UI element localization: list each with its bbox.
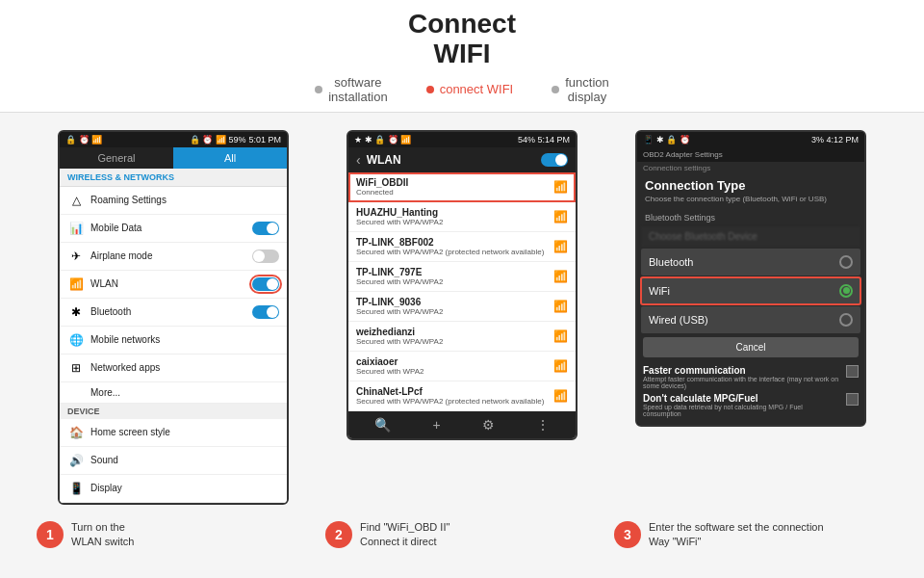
settings-wlan[interactable]: 📶 WLAN	[60, 271, 287, 299]
wifi-icon-8: 📶	[553, 389, 568, 403]
wlan-title: WLAN	[367, 153, 535, 167]
step-number-3: 3	[614, 521, 641, 548]
settings-airplane[interactable]: ✈ Airplane mode	[60, 243, 287, 271]
search-bottom-icon[interactable]: 🔍	[374, 417, 391, 433]
faster-comm-checkbox[interactable]	[846, 365, 859, 378]
bluetooth-icon: ✱	[67, 303, 85, 321]
device-section-header: DEVICE	[60, 404, 287, 419]
instruction-3: 3 Enter the software set the connectionW…	[606, 520, 895, 550]
mobile-networks-icon: 🌐	[67, 331, 85, 349]
wifi-network-5[interactable]: TP-LINK_9036 Secured with WPA/WPA2 📶	[348, 292, 576, 322]
cancel-button[interactable]: Cancel	[643, 337, 859, 357]
bluetooth-toggle[interactable]	[252, 305, 279, 319]
wifi-network-6[interactable]: weizhedianzi Secured with WPA/WPA2 📶	[348, 322, 576, 352]
airplane-toggle[interactable]	[252, 250, 279, 263]
wifi-network-connected[interactable]: WiFi_OBDII Connected 📶	[348, 172, 576, 202]
connection-type-title: Connection Type	[637, 172, 864, 195]
settings-roaming[interactable]: △ Roaming Settings	[60, 187, 287, 215]
page-title: Connect WIFI	[0, 10, 924, 69]
networked-apps-icon: ⊞	[67, 359, 85, 377]
connection-type-subtitle: Choose the connection type (Bluetooth, W…	[637, 195, 864, 209]
bottom-instructions: 1 Turn on theWLAN switch 2 Find "WiFi_OB…	[0, 514, 924, 550]
settings-bottom-icon[interactable]: ⚙	[482, 417, 495, 433]
wifi-signal-icon: 📶	[553, 180, 568, 194]
page-header: Connect WIFI softwareinstallation connec…	[0, 0, 924, 113]
step-nav-1: softwareinstallation	[315, 75, 387, 104]
step-nav-3: functiondisplay	[552, 75, 609, 104]
main-content: 🔒 ⏰ 📶 🔒 ⏰ 📶 59% 5:01 PM General All WIRE…	[0, 113, 924, 514]
steps-navigation: softwareinstallation connect WIFI functi…	[0, 75, 924, 104]
wifi-icon-7: 📶	[553, 359, 568, 373]
tab-all[interactable]: All	[173, 147, 287, 169]
screen1-tabs: General All	[60, 147, 287, 169]
step-nav-2: connect WIFI	[426, 82, 514, 96]
roaming-icon: △	[67, 192, 85, 209]
wifi-icon-6: 📶	[553, 329, 568, 343]
wlan-toggle[interactable]	[252, 277, 279, 291]
radio-wired[interactable]	[839, 313, 853, 327]
instruction-1: 1 Turn on theWLAN switch	[29, 520, 318, 550]
blurred-bluetooth-row: Choose Bluetooth Device	[641, 226, 860, 247]
wlan-header: ‹ WLAN	[348, 147, 576, 172]
settings-bluetooth[interactable]: ✱ Bluetooth	[60, 299, 287, 327]
wifi-network-2[interactable]: HUAZHU_Hanting Secured with WPA/WPA2 📶	[348, 202, 576, 232]
settings-sound[interactable]: 🔊 Sound	[60, 447, 287, 475]
home-screen-icon: 🏠	[67, 424, 85, 441]
sound-icon: 🔊	[67, 452, 85, 469]
phone-panel-2: ★ ✱ 🔒 ⏰ 📶 54% 5:14 PM ‹ WLAN WiFi_OBDII …	[318, 130, 606, 440]
obd-header: OBD2 Adapter Settings	[637, 147, 864, 162]
settings-mobile-networks[interactable]: 🌐 Mobile networks	[60, 327, 287, 355]
status-bar-3: 📱 ✱ 🔒 ⏰ 3% 4:12 PM	[637, 132, 864, 147]
wifi-icon-4: 📶	[553, 270, 568, 283]
more-bottom-icon[interactable]: ⋮	[536, 417, 550, 433]
phone-screen-3: 📱 ✱ 🔒 ⏰ 3% 4:12 PM OBD2 Adapter Settings…	[635, 130, 866, 427]
radio-wifi-dot	[843, 287, 850, 294]
radio-bluetooth[interactable]	[839, 255, 853, 269]
screen1-content: General All WIRELESS & NETWORKS △ Roamin…	[60, 147, 287, 503]
radio-wifi[interactable]	[839, 284, 853, 298]
option-wired[interactable]: Wired (USB)	[641, 306, 860, 333]
screen3-content: OBD2 Adapter Settings Connection setting…	[637, 147, 864, 425]
status-bar-2: ★ ✱ 🔒 ⏰ 📶 54% 5:14 PM	[348, 132, 576, 147]
wifi-network-4[interactable]: TP-LINK_797E Secured with WPA/WPA2 📶	[348, 262, 576, 292]
instruction-text-2: Find "WiFi_OBD II"Connect it direct	[360, 520, 449, 550]
wifi-network-3[interactable]: TP-LINK_8BF002 Secured with WPA/WPA2 (pr…	[348, 232, 576, 262]
instruction-2: 2 Find "WiFi_OBD II"Connect it direct	[318, 520, 606, 550]
airplane-icon: ✈	[67, 248, 85, 265]
more-item[interactable]: More...	[60, 382, 287, 404]
phone-panel-3: 📱 ✱ 🔒 ⏰ 3% 4:12 PM OBD2 Adapter Settings…	[606, 130, 895, 427]
phone-screen-2: ★ ✱ 🔒 ⏰ 📶 54% 5:14 PM ‹ WLAN WiFi_OBDII …	[346, 130, 578, 440]
step-number-1: 1	[37, 521, 64, 548]
status-bar-1: 🔒 ⏰ 📶 🔒 ⏰ 📶 59% 5:01 PM	[60, 132, 287, 147]
mobile-data-icon: 📊	[67, 220, 85, 237]
connection-settings-label: Connection settings	[637, 162, 864, 172]
settings-networked-apps[interactable]: ⊞ Networked apps	[60, 355, 287, 382]
screen2-content: ‹ WLAN WiFi_OBDII Connected 📶 HUAZHU_Han…	[348, 147, 576, 438]
wlan-header-toggle[interactable]	[541, 153, 568, 167]
nocalc-checkbox[interactable]	[846, 393, 859, 406]
settings-home-screen[interactable]: 🏠 Home screen style	[60, 419, 287, 447]
instruction-text-1: Turn on theWLAN switch	[71, 520, 134, 550]
faster-comm-section: Faster communication Attempt faster comm…	[637, 361, 864, 425]
settings-mobile-data[interactable]: 📊 Mobile Data	[60, 215, 287, 243]
back-button[interactable]: ‹	[356, 152, 361, 168]
settings-display[interactable]: 📱 Display	[60, 475, 287, 503]
wifi-network-7[interactable]: caixiaoer Secured with WPA2 📶	[348, 352, 576, 381]
add-bottom-icon[interactable]: +	[432, 417, 440, 433]
option-bluetooth[interactable]: Bluetooth	[641, 249, 860, 276]
wifi-icon-3: 📶	[553, 240, 568, 253]
wifi-icon-5: 📶	[553, 300, 568, 313]
step-number-2: 2	[325, 521, 352, 548]
bt-settings-header: Bluetooth Settings	[637, 209, 864, 224]
wifi-bottom-bar: 🔍 + ⚙ ⋮	[348, 411, 576, 438]
option-wifi[interactable]: WiFi	[641, 277, 860, 304]
phone-screen-1: 🔒 ⏰ 📶 🔒 ⏰ 📶 59% 5:01 PM General All WIRE…	[58, 130, 289, 505]
mobile-data-toggle[interactable]	[252, 222, 279, 235]
phone-panel-1: 🔒 ⏰ 📶 🔒 ⏰ 📶 59% 5:01 PM General All WIRE…	[29, 130, 318, 505]
step-dot-1	[315, 86, 322, 93]
tab-general[interactable]: General	[60, 147, 173, 169]
display-icon: 📱	[67, 480, 85, 497]
step-dot-3	[552, 86, 559, 93]
wireless-section-header: WIRELESS & NETWORKS	[60, 169, 287, 187]
wifi-network-8[interactable]: ChinaNet-LPcf Secured with WPA/WPA2 (pro…	[348, 381, 576, 411]
